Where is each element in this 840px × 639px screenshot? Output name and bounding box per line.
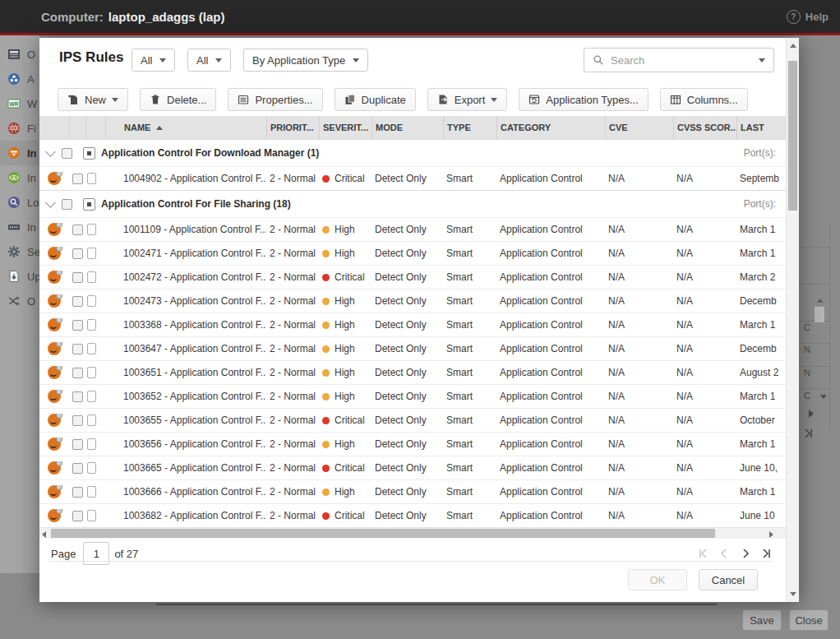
scroll-down-icon[interactable] xyxy=(790,592,796,596)
row-checkbox[interactable] xyxy=(72,174,83,184)
sidebar-item-integrity-monitoring[interactable]: In xyxy=(0,165,39,190)
row-checkbox[interactable] xyxy=(72,320,83,331)
next-page-icon[interactable] xyxy=(740,548,751,559)
horizontal-scrollbar[interactable] xyxy=(39,527,786,539)
save-button[interactable]: Save xyxy=(742,609,782,631)
column-header-cvss-score[interactable]: CVSS SCOR... xyxy=(673,116,736,139)
row-checkbox[interactable] xyxy=(72,225,83,235)
rule-row[interactable]: 1003656 - Application Control F... 2 - N… xyxy=(39,432,786,456)
sidebar-item-label: O xyxy=(27,295,35,308)
filter-dropdown-2[interactable]: All xyxy=(187,49,231,72)
group-checkbox[interactable] xyxy=(62,199,72,210)
search-icon xyxy=(593,54,604,66)
column-header-name[interactable]: NAME xyxy=(105,116,266,139)
column-header-priority[interactable]: PRIORIT... xyxy=(266,116,319,139)
ok-button[interactable]: OK xyxy=(628,569,687,590)
column-header-mode[interactable]: MODE xyxy=(372,116,443,139)
chevron-down-icon[interactable] xyxy=(45,197,56,208)
sort-asc-icon xyxy=(156,126,163,130)
scroll-left-icon[interactable] xyxy=(42,531,46,538)
rule-row[interactable]: 1004902 - Application Control F... 2 - N… xyxy=(39,166,786,190)
sidebar-item-log-inspection[interactable]: Lo xyxy=(0,190,39,215)
row-checkbox[interactable] xyxy=(72,391,83,402)
rule-row[interactable]: 1001109 - Application Control F... 2 - N… xyxy=(39,217,786,241)
sidebar-item-overview[interactable]: O xyxy=(0,42,39,67)
rule-row[interactable]: 1003647 - Application Control F... 2 - N… xyxy=(39,336,786,360)
row-checkbox[interactable] xyxy=(72,368,83,378)
export-button[interactable]: Export xyxy=(427,88,508,111)
group-checkbox[interactable] xyxy=(62,148,72,159)
rule-row[interactable]: 1003665 - Application Control F... 2 - N… xyxy=(39,456,786,479)
rule-last-updated: June 10, xyxy=(736,462,786,474)
ips-rule-icon xyxy=(48,223,61,236)
sidebar-item-firewall[interactable]: Fi xyxy=(0,116,39,141)
background-text-fragment: N xyxy=(804,368,810,377)
delete-button[interactable]: Delete... xyxy=(140,88,216,111)
rule-row[interactable]: 1002471 - Application Control F... 2 - N… xyxy=(39,241,786,265)
group-row[interactable]: Application Control For Download Manager… xyxy=(39,139,786,166)
scroll-up-icon[interactable] xyxy=(790,44,796,48)
column-header-type[interactable]: TYPE xyxy=(443,116,496,139)
sidebar-item-interfaces[interactable]: In xyxy=(0,215,39,239)
table-header: NAME PRIORIT... SEVERIT... MODE TYPE CAT… xyxy=(39,116,786,139)
column-header-severity[interactable]: SEVERIT... xyxy=(319,116,372,139)
rule-row[interactable]: 1002473 - Application Control F... 2 - N… xyxy=(39,289,786,313)
rule-page-icon xyxy=(87,510,96,521)
previous-page-icon[interactable] xyxy=(718,548,730,559)
rule-row[interactable]: 1003652 - Application Control F... 2 - N… xyxy=(39,384,786,408)
vertical-scrollbar[interactable] xyxy=(786,38,799,602)
horizontal-scrollbar-thumb[interactable] xyxy=(51,529,715,538)
rule-row[interactable]: 1003368 - Application Control F... 2 - N… xyxy=(39,313,786,336)
row-checkbox[interactable] xyxy=(72,296,83,307)
row-checkbox[interactable] xyxy=(72,415,83,426)
row-checkbox[interactable] xyxy=(72,511,83,521)
filter-dropdown-application-type[interactable]: By Application Type xyxy=(243,49,368,72)
close-button[interactable]: Close xyxy=(789,609,828,631)
first-page-icon[interactable] xyxy=(697,548,708,559)
rule-mode: Detect Only xyxy=(372,367,443,378)
web-reputation-icon: WR xyxy=(7,97,21,110)
row-checkbox[interactable] xyxy=(72,463,83,474)
duplicate-button[interactable]: Duplicate xyxy=(335,88,416,111)
integrity-monitoring-icon xyxy=(7,171,21,184)
column-header-category[interactable]: CATEGORY xyxy=(496,116,605,139)
rule-row[interactable]: 1002472 - Application Control F... 2 - N… xyxy=(39,265,786,289)
vertical-scrollbar-thumb[interactable] xyxy=(788,61,797,211)
search-input[interactable]: Search xyxy=(584,48,774,72)
sidebar-item-web-reputation[interactable]: WR W xyxy=(0,91,39,116)
last-page-icon[interactable] xyxy=(761,548,773,559)
scroll-right-icon[interactable] xyxy=(769,531,773,538)
rule-row[interactable]: 1003655 - Application Control F... 2 - N… xyxy=(39,408,786,432)
sidebar-item-anti-malware[interactable]: A xyxy=(0,67,39,91)
help-icon: ? xyxy=(787,10,801,24)
cancel-button[interactable]: Cancel xyxy=(699,569,758,590)
help-link[interactable]: ? Help xyxy=(787,10,828,24)
properties-button[interactable]: Properties... xyxy=(228,88,322,111)
severity-dot xyxy=(322,465,330,472)
columns-button[interactable]: Columns... xyxy=(660,88,748,111)
row-checkbox[interactable] xyxy=(72,487,83,498)
row-checkbox[interactable] xyxy=(72,344,83,354)
sidebar-item-label: Lo xyxy=(27,197,39,209)
filter-dropdown-1[interactable]: All xyxy=(132,49,175,72)
column-header-last[interactable]: LAST xyxy=(736,116,786,139)
rule-row[interactable]: 1003682 - Application Control F... 2 - N… xyxy=(39,503,786,527)
row-checkbox[interactable] xyxy=(72,439,83,450)
rule-type: Smart xyxy=(443,271,496,283)
group-row[interactable]: Application Control For File Sharing (18… xyxy=(39,190,786,217)
sidebar-item-overrides[interactable]: O xyxy=(0,289,39,313)
row-checkbox[interactable] xyxy=(72,248,83,259)
severity-dot xyxy=(322,322,330,329)
application-types-button[interactable]: Application Types... xyxy=(519,88,648,111)
new-button[interactable]: New xyxy=(58,88,128,111)
sidebar-item-updates[interactable]: Up xyxy=(0,264,39,289)
sidebar-item-intrusion-prevention[interactable]: In xyxy=(0,141,39,165)
row-checkbox[interactable] xyxy=(72,272,83,283)
rule-row[interactable]: 1003666 - Application Control F... 2 - N… xyxy=(39,479,786,503)
search-options-caret-icon[interactable] xyxy=(759,58,765,63)
page-label: Page xyxy=(51,548,76,560)
column-header-cve[interactable]: CVE xyxy=(605,116,673,139)
rule-row[interactable]: 1003651 - Application Control F... 2 - N… xyxy=(39,360,786,384)
chevron-down-icon[interactable] xyxy=(45,146,56,157)
sidebar-item-settings[interactable]: Se xyxy=(0,239,39,264)
